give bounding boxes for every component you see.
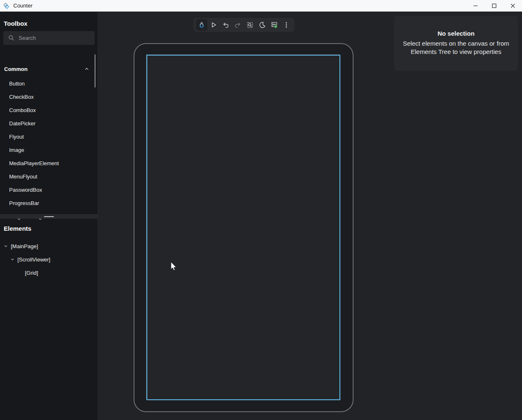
play-icon: [210, 22, 217, 28]
search-icon: [8, 35, 15, 41]
tree-node-label: [Grid]: [25, 270, 38, 276]
chevron-down-icon[interactable]: [2, 244, 9, 249]
more-options-button[interactable]: [281, 19, 292, 31]
hot-design-flame-icon: [198, 21, 205, 29]
close-button[interactable]: [503, 0, 522, 11]
toolbox-search[interactable]: [3, 31, 95, 45]
tree-node-mainpage[interactable]: [MainPage]: [0, 239, 95, 253]
theme-toggle-button[interactable]: [256, 19, 268, 31]
hot-design-flame-button[interactable]: [196, 19, 207, 31]
toolbox-item-mediaplayerelement[interactable]: MediaPlayerElement: [0, 156, 95, 170]
design-toolbar: [193, 18, 295, 32]
chevron-down-icon[interactable]: [9, 257, 16, 262]
toolbox-item-datepicker[interactable]: DatePicker: [0, 117, 95, 130]
undo-button[interactable]: [220, 19, 232, 31]
toolbox-panel: Toolbox Common Button CheckB: [0, 12, 98, 214]
panel-splitter[interactable]: [0, 214, 98, 219]
canvas-grid-element[interactable]: [146, 55, 340, 400]
toolbox-item-progressbar[interactable]: ProgressBar: [0, 196, 95, 210]
elements-tree: [MainPage] [ScrollViewer] [Grid]: [0, 239, 95, 279]
redo-icon: [234, 22, 241, 28]
kebab-menu-icon: [283, 22, 289, 28]
tree-node-grid[interactable]: [Grid]: [0, 266, 95, 279]
zoom-to-fit-icon: [246, 22, 254, 29]
hot-design-window: Counter Toolbox: [0, 0, 522, 420]
toolbox-item-list: Button CheckBox ComboBox DatePicker Flyo…: [0, 77, 95, 223]
toolbox-item-button[interactable]: Button: [0, 77, 95, 90]
toolbox-title: Toolbox: [4, 20, 27, 27]
no-selection-title: No selection: [394, 30, 518, 37]
design-canvas-area: No selection Select elements on the canv…: [98, 12, 522, 420]
validation-checklist-icon: [271, 21, 278, 29]
maximize-button[interactable]: [485, 0, 503, 11]
close-icon: [510, 3, 515, 8]
tree-node-label: [ScrollViewer]: [17, 256, 50, 263]
left-sidebar: Toolbox Common Button CheckB: [0, 12, 98, 420]
elements-panel: Elements [MainPage] [ScrollViewer]: [0, 219, 98, 420]
tree-node-label: [MainPage]: [11, 243, 38, 249]
tree-node-scrollviewer[interactable]: [ScrollViewer]: [0, 253, 95, 266]
splitter-grip-icon: [44, 216, 54, 217]
toolbox-item-combobox[interactable]: ComboBox: [0, 103, 95, 117]
toolbox-item-checkbox[interactable]: CheckBox: [0, 90, 95, 103]
validation-status-button[interactable]: [268, 19, 280, 31]
titlebar: Counter: [0, 0, 522, 12]
zoom-to-fit-button[interactable]: [244, 19, 256, 31]
device-frame: [134, 43, 354, 412]
chevron-up-icon: [84, 66, 90, 72]
toolbox-item-passwordbox[interactable]: PasswordBox: [0, 183, 95, 196]
app-logo-icon: [3, 2, 10, 9]
toolbox-scrollbar[interactable]: [95, 54, 95, 88]
toolbox-item-image[interactable]: Image: [0, 143, 95, 156]
properties-panel: No selection Select elements on the canv…: [394, 16, 518, 71]
toolbox-item-menuflyout[interactable]: MenuFlyout: [0, 170, 95, 183]
section-label: Common: [4, 66, 27, 72]
window-title: Counter: [13, 2, 32, 9]
play-button[interactable]: [208, 19, 220, 31]
moon-icon: [259, 22, 266, 28]
minimize-button[interactable]: [466, 0, 485, 11]
minimize-icon: [473, 3, 478, 8]
no-selection-message: Select elements on the canvas or from El…: [400, 39, 512, 56]
undo-icon: [222, 22, 229, 28]
toolbox-item-flyout[interactable]: Flyout: [0, 130, 95, 143]
search-input[interactable]: [19, 35, 85, 41]
redo-button[interactable]: [232, 19, 244, 31]
toolbox-section-common[interactable]: Common: [0, 63, 95, 75]
maximize-icon: [492, 3, 497, 8]
elements-title: Elements: [4, 225, 32, 232]
